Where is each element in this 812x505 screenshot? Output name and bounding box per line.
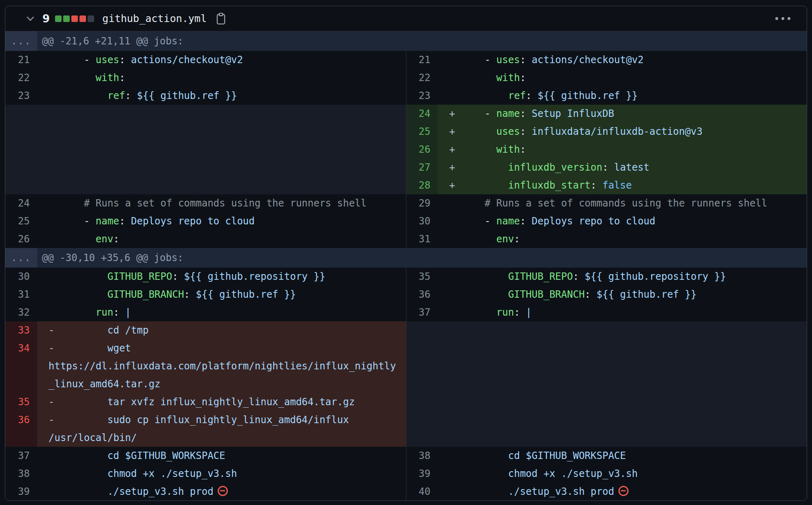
- code-line: - cd /tmp: [37, 321, 406, 339]
- line-number[interactable]: 21: [5, 51, 37, 69]
- diff-row: 39 ./setup_v3.sh prod40 ./setup_v3.sh pr…: [5, 483, 807, 501]
- code-line: cd $GITHUB_WORKSPACE: [438, 447, 807, 465]
- line-number[interactable]: 34: [5, 339, 37, 393]
- code-line: ./setup_v3.sh prod: [37, 483, 406, 501]
- line-number[interactable]: 25: [406, 123, 438, 141]
- code-line: env:: [438, 230, 807, 248]
- code-line: env:: [37, 230, 406, 248]
- code-line: - tar xvfz influx_nightly_linux_amd64.ta…: [37, 393, 406, 411]
- code-text: wget https://dl.influxdata.com/platform/…: [49, 343, 396, 390]
- code-line: - sudo cp influx_nightly_linux_amd64/inf…: [37, 411, 406, 447]
- line-number[interactable]: 31: [5, 285, 37, 303]
- code-text: ref: ${{ github.ref }}: [49, 90, 237, 101]
- line-number[interactable]: 28: [406, 176, 438, 194]
- expand-hunk-button[interactable]: ...: [5, 31, 37, 51]
- line-number[interactable]: 23: [406, 87, 438, 105]
- line-number[interactable]: 37: [5, 447, 37, 465]
- expand-hunk-button[interactable]: ...: [5, 248, 37, 268]
- empty-cell: [37, 123, 406, 141]
- diffstat-square-added: [55, 15, 62, 22]
- diff-row: 25 - name: Deploys repo to cloud30 - nam…: [5, 212, 807, 230]
- code-line: + influxdb_start: false: [438, 176, 807, 194]
- line-number[interactable]: 23: [5, 87, 37, 105]
- line-number[interactable]: 26: [5, 230, 37, 248]
- line-number[interactable]: 22: [406, 69, 438, 87]
- code-text: - name: Setup InfluxDB: [449, 108, 614, 119]
- diff-row: 24+ - name: Setup InfluxDB: [5, 105, 807, 123]
- line-number[interactable]: 24: [406, 105, 438, 123]
- diff-marker-minus: -: [49, 339, 54, 357]
- code-text: tar xvfz influx_nightly_linux_amd64.tar.…: [49, 396, 355, 408]
- copy-file-path-button[interactable]: [216, 13, 226, 25]
- file-header: 9 github_action.yml: [5, 6, 807, 31]
- line-number[interactable]: 31: [406, 230, 438, 248]
- line-number[interactable]: 27: [406, 158, 438, 176]
- line-number[interactable]: 35: [5, 393, 37, 411]
- diff-row: 28+ influxdb_start: false: [5, 176, 807, 194]
- code-line: with:: [37, 69, 406, 87]
- line-number[interactable]: 26: [406, 141, 438, 158]
- line-number[interactable]: 29: [406, 194, 438, 212]
- collapse-file-button[interactable]: [24, 13, 36, 24]
- changed-lines-count: 9: [42, 13, 50, 25]
- diff-file-card: 9 github_action.yml ...@@ -21,6 +21,11 @…: [5, 6, 807, 501]
- line-number[interactable]: 21: [406, 51, 438, 69]
- diff-row: 30 GITHUB_REPO: ${{ github.repository }}…: [5, 268, 807, 285]
- line-number[interactable]: 33: [5, 321, 37, 339]
- empty-cell: [406, 393, 438, 411]
- line-number[interactable]: 30: [5, 268, 37, 285]
- code-text: chmod +x ./setup_v3.sh: [49, 468, 237, 479]
- line-number[interactable]: 38: [406, 447, 438, 465]
- line-number[interactable]: 40: [406, 483, 438, 501]
- code-line: + uses: influxdata/influxdb-action@v3: [438, 123, 807, 141]
- code-text: cd /tmp: [49, 325, 149, 336]
- diff-marker-plus: +: [449, 141, 455, 158]
- diff-row: 35- tar xvfz influx_nightly_linux_amd64.…: [5, 393, 807, 411]
- diffstat-square-deleted: [79, 15, 86, 22]
- code-text: - uses: actions/checkout@v2: [49, 54, 243, 66]
- empty-cell: [406, 339, 438, 393]
- code-text: GITHUB_REPO: ${{ github.repository }}: [49, 271, 325, 282]
- line-number[interactable]: 39: [5, 483, 37, 501]
- kebab-menu-icon[interactable]: [775, 13, 790, 25]
- line-number[interactable]: 22: [5, 69, 37, 87]
- diff-row: 38 chmod +x ./setup_v3.sh39 chmod +x ./s…: [5, 465, 807, 483]
- line-number[interactable]: 36: [5, 411, 37, 447]
- diff-marker-plus: +: [449, 158, 455, 176]
- line-number[interactable]: 37: [406, 303, 438, 321]
- line-number[interactable]: 35: [406, 268, 438, 285]
- code-line: - name: Deploys repo to cloud: [438, 212, 807, 230]
- code-line: - wget https://dl.influxdata.com/platfor…: [37, 339, 406, 393]
- code-line: with:: [438, 69, 807, 87]
- empty-cell: [37, 141, 406, 158]
- diff-marker-plus: +: [449, 176, 455, 194]
- line-number[interactable]: 32: [5, 303, 37, 321]
- line-number[interactable]: 25: [5, 212, 37, 230]
- diff-marker-minus: -: [49, 393, 54, 411]
- line-number[interactable]: 24: [5, 194, 37, 212]
- code-line: - uses: actions/checkout@v2: [438, 51, 807, 69]
- line-number[interactable]: 39: [406, 465, 438, 483]
- code-text: influxdb_start: false: [449, 180, 632, 191]
- line-number[interactable]: 36: [406, 285, 438, 303]
- code-line: ref: ${{ github.ref }}: [37, 87, 406, 105]
- line-number[interactable]: 30: [406, 212, 438, 230]
- empty-cell: [5, 158, 37, 176]
- diff-row: 22 with:22 with:: [5, 69, 807, 87]
- line-number[interactable]: 38: [5, 465, 37, 483]
- code-line: run: |: [438, 303, 807, 321]
- code-line: + with:: [438, 141, 807, 158]
- diff-row: 25+ uses: influxdata/influxdb-action@v3: [5, 123, 807, 141]
- code-line: # Runs a set of commands using the runne…: [438, 194, 807, 212]
- diff-table: ...@@ -21,6 +21,11 @@ jobs:21 - uses: ac…: [5, 31, 807, 501]
- empty-cell: [438, 321, 807, 339]
- no-newline-icon: [218, 486, 228, 496]
- diffstat-square-neutral: [88, 15, 94, 22]
- diff-row: 34- wget https://dl.influxdata.com/platf…: [5, 339, 807, 393]
- diffstat-square-deleted: [71, 15, 78, 22]
- empty-cell: [5, 105, 37, 123]
- diff-row: 33- cd /tmp: [5, 321, 807, 339]
- code-text: cd $GITHUB_WORKSPACE: [449, 450, 626, 461]
- no-newline-icon: [618, 486, 629, 496]
- code-text: influxdb_version: latest: [449, 162, 649, 173]
